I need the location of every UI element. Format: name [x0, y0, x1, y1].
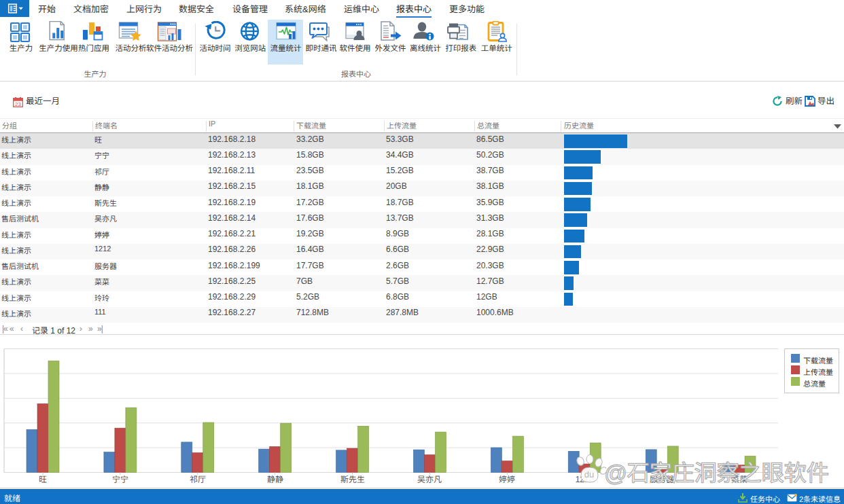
svg-text:静静: 静静: [267, 475, 283, 484]
svg-text:婷婷: 婷婷: [499, 475, 515, 484]
svg-text:祁厅: 祁厅: [190, 475, 206, 484]
svg-text:宁宁: 宁宁: [112, 475, 128, 484]
svg-text:du: du: [584, 469, 594, 480]
svg-text:斯先生: 斯先生: [340, 475, 365, 484]
svg-text:旺: 旺: [39, 475, 47, 484]
svg-text:吴亦凡: 吴亦凡: [417, 475, 442, 484]
svg-text:23: 23: [15, 101, 21, 107]
